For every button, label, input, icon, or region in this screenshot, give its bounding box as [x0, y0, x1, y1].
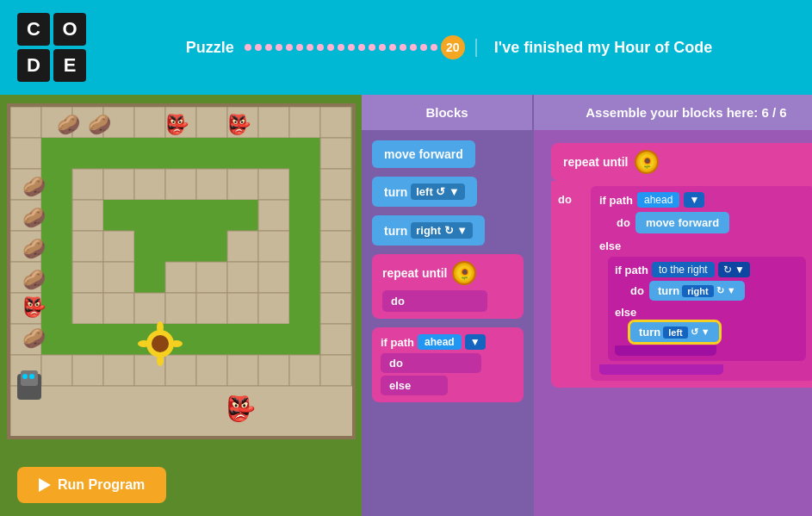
svg-rect-18 — [227, 138, 258, 169]
svg-rect-46 — [72, 231, 103, 262]
ahead-badge[interactable]: ahead — [418, 334, 462, 350]
repeat-until-assembled-label: repeat until — [563, 155, 628, 169]
ahead-arrow-assembled[interactable]: ▼ — [684, 192, 704, 208]
svg-rect-31 — [289, 169, 320, 200]
svg-rect-52 — [258, 231, 289, 262]
dot-9 — [327, 44, 334, 51]
potato-7: 🥔 — [22, 237, 46, 260]
if-path-assembled-label: if path — [599, 194, 633, 207]
right-badge-inner[interactable]: right — [682, 285, 713, 297]
svg-rect-96 — [258, 355, 289, 386]
assemble-panel: Assemble your blocks here: 6 / 6 repeat … — [534, 95, 812, 516]
svg-rect-58 — [103, 262, 134, 293]
do-label-assembled: do — [558, 186, 584, 206]
run-button-label: Run Program — [58, 477, 145, 493]
svg-rect-16 — [165, 138, 196, 169]
turn-right-assembled-block[interactable]: turn right ↻ ▼ — [649, 281, 745, 301]
turn-right-text: turn — [384, 224, 407, 238]
puzzle-dots: 20 — [245, 35, 465, 59]
svg-rect-70 — [134, 293, 165, 324]
dot-7 — [307, 44, 313, 51]
dot-11 — [348, 44, 355, 51]
svg-rect-4 — [134, 107, 165, 138]
else-placeholder: else — [381, 376, 448, 395]
svg-rect-68 — [72, 293, 103, 324]
svg-rect-12 — [41, 138, 72, 169]
svg-rect-57 — [72, 262, 103, 293]
dot-10 — [338, 44, 344, 51]
svg-rect-10 — [320, 107, 351, 138]
svg-rect-74 — [258, 293, 289, 324]
repeat-until-block[interactable]: repeat until 🌻 do — [372, 254, 524, 319]
potato-9: 👺 — [22, 295, 46, 319]
svg-rect-80 — [103, 324, 134, 355]
svg-rect-69 — [103, 293, 134, 324]
turn-left-block[interactable]: turn left ↺ ▼ — [372, 177, 477, 207]
svg-rect-48 — [134, 231, 165, 262]
svg-rect-56 — [41, 262, 72, 293]
move-forward-block[interactable]: move forward — [372, 140, 475, 168]
ahead-arrow-badge[interactable]: ▼ — [465, 334, 486, 350]
dot-16 — [400, 44, 406, 51]
svg-rect-65 — [320, 262, 351, 293]
svg-rect-27 — [165, 169, 196, 200]
svg-rect-20 — [289, 138, 320, 169]
svg-point-100 — [157, 321, 164, 333]
svg-rect-99 — [10, 386, 356, 439]
else-row-2: else — [615, 304, 799, 320]
turn-left-assembled-block[interactable]: turn left ↺ ▼ — [630, 322, 719, 342]
svg-rect-67 — [41, 293, 72, 324]
logo-e: E — [53, 49, 86, 82]
run-program-button[interactable]: Run Program — [17, 467, 166, 503]
svg-rect-8 — [258, 107, 289, 138]
svg-rect-15 — [134, 138, 165, 169]
if-path-row: if path ahead ▼ — [599, 192, 806, 208]
dot-1 — [245, 44, 251, 51]
svg-rect-53 — [289, 231, 320, 262]
svg-rect-50 — [196, 231, 227, 262]
svg-rect-40 — [227, 200, 258, 231]
right-arrow-badge[interactable]: ↻ ▼ — [718, 262, 750, 277]
svg-rect-35 — [72, 200, 103, 231]
do-label-2: do — [389, 357, 403, 370]
svg-rect-0 — [10, 107, 41, 138]
nested-if-block[interactable]: if path ahead ▼ do move forward — [591, 186, 812, 381]
svg-rect-49 — [165, 231, 196, 262]
turn-left-text: turn — [384, 185, 407, 199]
svg-rect-39 — [196, 200, 227, 231]
svg-rect-42 — [289, 200, 320, 231]
svg-rect-11 — [10, 138, 41, 169]
maze-container: 🥔 🥔 👺 👺 🥔 🥔 🥔 🥔 👺 🥔 — [7, 103, 356, 439]
left-turn-icon: ↺ ▼ — [691, 326, 710, 338]
logo-d: D — [17, 49, 50, 82]
svg-rect-36 — [103, 200, 134, 231]
svg-rect-32 — [320, 169, 351, 200]
left-dropdown[interactable]: left ↺ ▼ — [411, 183, 465, 200]
if-path-block[interactable]: if path ahead ▼ do else — [372, 327, 524, 402]
potato-bottom: 👺 — [226, 395, 256, 423]
svg-rect-61 — [196, 262, 227, 293]
left-badge-inner[interactable]: left — [663, 326, 688, 339]
nested-if-right-block[interactable]: if path to the right ↻ ▼ do turn ri — [608, 257, 806, 361]
dot-6 — [296, 44, 303, 51]
dot-12 — [358, 44, 365, 51]
else-label-1: else — [599, 239, 621, 252]
main-content: 🥔 🥔 👺 👺 🥔 🥔 🥔 🥔 👺 🥔 — [0, 95, 812, 516]
dot-2 — [255, 44, 262, 51]
potato-6: 🥔 — [22, 206, 46, 229]
left-dropdown-label: left — [416, 185, 433, 198]
svg-rect-72 — [196, 293, 227, 324]
svg-rect-17 — [196, 138, 227, 169]
do-tr-label: do — [630, 284, 644, 297]
do-row-outer: do if path ahead ▼ do — [558, 186, 812, 381]
turn-right-block[interactable]: turn right ↻ ▼ — [372, 215, 485, 246]
to-the-right-badge[interactable]: to the right — [652, 262, 715, 277]
right-dropdown[interactable]: right ↻ ▼ — [411, 222, 473, 239]
assembled-repeat-until[interactable]: repeat until 🌻 — [551, 143, 812, 181]
potato-8: 🥔 — [22, 268, 46, 291]
ahead-badge-assembled[interactable]: ahead — [637, 192, 679, 208]
robot-eye-left — [22, 374, 28, 379]
dot-4 — [276, 44, 282, 51]
move-forward-assembled-block[interactable]: move forward — [635, 212, 729, 233]
svg-rect-63 — [258, 262, 289, 293]
